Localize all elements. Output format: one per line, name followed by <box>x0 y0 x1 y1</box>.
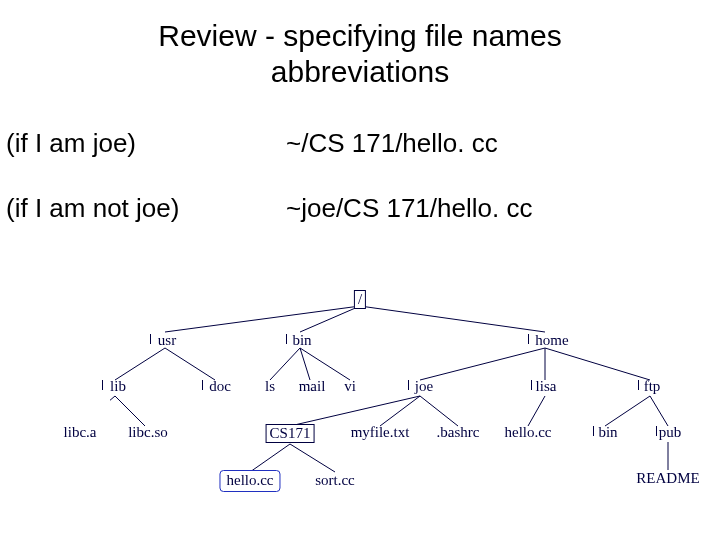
filesystem-tree: / usr bin home lib doc ls mail vi joe li… <box>110 290 710 530</box>
node-cs171: CS171 <box>266 424 315 443</box>
slide: Review - specifying file names abbreviat… <box>0 0 720 540</box>
tick-pub <box>656 426 657 436</box>
svg-line-3 <box>115 348 165 380</box>
node-bashrc: .bashrc <box>437 424 480 441</box>
node-doc: doc <box>209 378 231 395</box>
svg-line-2 <box>360 306 545 332</box>
row2-label: (if I am not joe) <box>0 193 286 224</box>
title-line-2: abbreviations <box>271 55 449 88</box>
node-usr: usr <box>158 332 176 349</box>
row2-path: ~joe/CS 171/hello. cc <box>286 193 720 224</box>
tick-doc <box>202 380 203 390</box>
node-lisa: lisa <box>536 378 557 395</box>
node-hello-cc: hello.cc <box>219 470 280 492</box>
node-bin: bin <box>292 332 311 349</box>
tree-edges <box>110 290 710 530</box>
svg-line-7 <box>300 348 350 380</box>
node-readme: README <box>636 470 699 487</box>
tick-bin2 <box>593 426 594 436</box>
node-mail: mail <box>299 378 326 395</box>
svg-line-5 <box>270 348 300 380</box>
node-hello-lisa: hello.cc <box>504 424 551 441</box>
example-row-2: (if I am not joe) ~joe/CS 171/hello. cc <box>0 193 720 224</box>
node-ls: ls <box>265 378 275 395</box>
tick-home <box>528 334 529 344</box>
svg-line-6 <box>300 348 310 380</box>
svg-line-20 <box>290 444 335 472</box>
svg-line-16 <box>528 396 545 426</box>
row1-label: (if I am joe) <box>0 128 286 159</box>
node-lib: lib <box>110 378 126 395</box>
svg-line-8 <box>420 348 545 380</box>
row1-path: ~/CS 171/hello. cc <box>286 128 720 159</box>
svg-line-17 <box>605 396 650 426</box>
title-line-1: Review - specifying file names <box>158 19 562 52</box>
tick-joe <box>408 380 409 390</box>
tick-lib <box>102 380 103 390</box>
node-root: / <box>354 290 366 309</box>
node-vi: vi <box>344 378 356 395</box>
tick-ftp <box>638 380 639 390</box>
node-myfile: myfile.txt <box>351 424 410 441</box>
node-bin2: bin <box>598 424 617 441</box>
tick-bin <box>286 334 287 344</box>
node-joe: joe <box>415 378 433 395</box>
svg-line-18 <box>650 396 668 426</box>
svg-line-19 <box>250 444 290 472</box>
svg-line-10 <box>545 348 650 380</box>
tick-usr <box>150 334 151 344</box>
example-rows: (if I am joe) ~/CS 171/hello. cc (if I a… <box>0 128 720 224</box>
node-libc-so: libc.so <box>128 424 168 441</box>
svg-line-4 <box>165 348 215 380</box>
example-row-1: (if I am joe) ~/CS 171/hello. cc <box>0 128 720 159</box>
svg-line-11 <box>110 396 115 426</box>
node-ftp: ftp <box>644 378 661 395</box>
svg-line-12 <box>115 396 145 426</box>
slide-title: Review - specifying file names abbreviat… <box>0 0 720 90</box>
tick-lisa <box>531 380 532 390</box>
node-libc-a: libc.a <box>64 424 97 441</box>
node-home: home <box>535 332 568 349</box>
node-pub: pub <box>659 424 682 441</box>
svg-line-15 <box>420 396 458 426</box>
node-sort-cc: sort.cc <box>315 472 355 489</box>
